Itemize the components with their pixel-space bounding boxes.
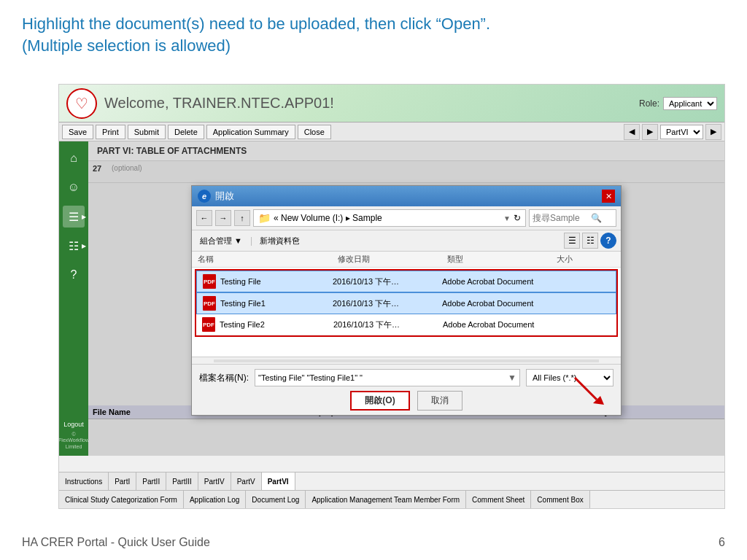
dialog-buttons: 開啟(O) 取消 — [199, 391, 614, 411]
path-display[interactable]: 📁 « New Volume (I:) ▸ Sample ▼ ↻ — [253, 209, 526, 227]
dialog-toolbar1: ← → ↑ 📁 « New Volume (I:) ▸ Sample ▼ ↻ 🔍 — [192, 206, 621, 230]
tab-instructions[interactable]: Instructions — [59, 472, 109, 490]
file-row-2[interactable]: PDF Testing File1 2016/10/13 下午… Adobe A… — [196, 292, 616, 314]
app-header: ♡ Welcome, TRAINER.NTEC.APP01! Role: App… — [59, 85, 724, 122]
file-name-cell-2: PDF Testing File1 — [203, 296, 333, 311]
pdf-icon-3: PDF — [202, 317, 215, 332]
tab-comment-sheet[interactable]: Comment Sheet — [466, 491, 531, 509]
org-manage-button[interactable]: 組合管理 ▼ — [196, 233, 246, 249]
view-buttons: ☰ ☷ ? — [564, 233, 616, 249]
sidebar-item-home[interactable]: ⌂ — [63, 147, 85, 169]
instruction-line1: Highlight the document(s) need to be upl… — [22, 13, 725, 35]
part-select[interactable]: PartVI — [660, 125, 703, 139]
tab-part1[interactable]: PartI — [109, 472, 136, 490]
toolbar-back-button[interactable]: ◀ — [624, 124, 640, 140]
instruction-line2: (Multiple selection is allowed) — [22, 35, 725, 57]
logout-button[interactable]: Logout — [63, 421, 84, 428]
horizontal-scrollbar[interactable] — [192, 357, 621, 364]
tab-app-log[interactable]: Application Log — [184, 491, 246, 509]
tabs-row1: Instructions PartI PartII PartIII PartIV… — [59, 472, 724, 491]
tab-part2[interactable]: PartII — [136, 472, 166, 490]
org-label: 組合管理 — [200, 236, 232, 246]
tabs-row2: Clinical Study Categorization Form Appli… — [59, 491, 724, 509]
app-summary-button[interactable]: Application Summary — [206, 125, 295, 139]
file-modified-3: 2016/10/13 下午… — [333, 319, 443, 330]
filename-label: 檔案名稱(N): — [199, 372, 249, 384]
dialog-overlay: e 開啟 ✕ ← → ↑ 📁 « New Volume (I:) ▸ — [88, 141, 724, 456]
dialog-up-button[interactable]: ↑ — [234, 210, 250, 226]
role-select[interactable]: Applicant — [663, 97, 717, 110]
ie-icon: e — [198, 190, 211, 203]
dialog-close-button[interactable]: ✕ — [602, 190, 615, 203]
sidebar-item-user[interactable]: ☺ — [63, 176, 85, 198]
footer: HA CRER Portal - Quick User Guide 6 — [22, 536, 725, 549]
new-folder-button[interactable]: 新增資料夿 — [257, 234, 303, 248]
org-dropdown-icon: ▼ — [234, 236, 242, 245]
app-body: ⌂ ☺ ☰ ▶ ☷ ▶ ? Logout © FlexWorkflow Limi… — [59, 141, 724, 456]
bottom-tabs: Instructions PartI PartII PartIII PartIV… — [59, 472, 724, 508]
file-row-3[interactable]: PDF Testing File2 2016/10/13 下午… Adobe A… — [196, 314, 616, 335]
search-input[interactable] — [533, 213, 591, 223]
file-type-1: Adobe Acrobat Document — [442, 277, 551, 286]
submit-button[interactable]: Submit — [128, 125, 166, 139]
dialog-back-button[interactable]: ← — [196, 210, 212, 226]
file-type-2: Adobe Acrobat Document — [442, 299, 551, 308]
file-row-1[interactable]: PDF Testing File 2016/10/13 下午… Adobe Ac… — [196, 271, 616, 292]
file-name-cell-3: PDF Testing File2 — [202, 317, 333, 332]
sidebar: ⌂ ☺ ☰ ▶ ☷ ▶ ? Logout © FlexWorkflow Limi… — [59, 141, 88, 456]
tab-doc-log[interactable]: Document Log — [246, 491, 306, 509]
dialog-forward-button[interactable]: → — [215, 210, 231, 226]
file-name-3: Testing File2 — [220, 320, 265, 329]
dialog-titlebar: e 開啟 ✕ — [192, 186, 621, 206]
file-name-1: Testing File — [220, 277, 261, 286]
tab-clinical-study[interactable]: Clinical Study Categorization Form — [59, 491, 184, 509]
print-button[interactable]: Print — [96, 125, 125, 139]
toolbar-right: ◀ ▶ PartVI ▶ — [624, 124, 721, 140]
tab-part5[interactable]: PartV — [231, 472, 262, 490]
delete-button[interactable]: Delete — [168, 125, 204, 139]
tab-part3[interactable]: PartIII — [166, 472, 198, 490]
filename-row: 檔案名稱(N): ▼ All Files (*.*) — [199, 369, 614, 386]
cancel-button[interactable]: 取消 — [417, 391, 462, 411]
dialog-title: e 開啟 — [198, 190, 234, 203]
save-button[interactable]: Save — [62, 125, 93, 139]
col-name-header: 名稱 — [198, 254, 338, 265]
view-list-button[interactable]: ☰ — [564, 233, 580, 249]
close-button[interactable]: Close — [298, 125, 331, 139]
sidebar-bottom: Logout © FlexWorkflow Limited — [58, 421, 89, 456]
filename-dropdown-icon[interactable]: ▼ — [508, 373, 516, 383]
sidebar-item-list[interactable]: ☰ ▶ — [63, 206, 85, 228]
view-icon-button[interactable]: ☷ — [582, 233, 598, 249]
tab-part4[interactable]: PartIV — [198, 472, 231, 490]
content-area: PART VI: TABLE OF ATTACHMENTS 27 (option… — [88, 141, 724, 456]
tab-part6[interactable]: PartVI — [262, 472, 295, 490]
filename-input-container[interactable]: ▼ — [255, 369, 520, 386]
welcome-text: Welcome, TRAINER.NTEC.APP01! — [104, 95, 639, 112]
sidebar-item-grid[interactable]: ☷ ▶ — [63, 235, 85, 257]
help-button[interactable]: ? — [600, 233, 616, 249]
scroll-track — [214, 359, 599, 362]
filename-input[interactable] — [258, 373, 508, 382]
col-modified-header: 修改日期 — [338, 254, 447, 265]
file-name-2: Testing File1 — [220, 299, 266, 308]
app-logo: ♡ — [66, 88, 97, 119]
page-number: 6 — [719, 536, 725, 549]
sidebar-item-help[interactable]: ? — [63, 264, 85, 286]
logo-icon: ♡ — [75, 95, 88, 112]
toolbar-forward-button[interactable]: ▶ — [642, 124, 658, 140]
dialog-bottom: 檔案名稱(N): ▼ All Files (*.*) 開啟(O) 取消 — [192, 364, 621, 415]
open-button[interactable]: 開啟(O) — [350, 391, 409, 411]
search-box[interactable]: 🔍 — [529, 209, 616, 227]
folder-icon: 📁 — [258, 212, 271, 224]
filetype-select[interactable]: All Files (*.*) — [526, 369, 614, 386]
toolbar-next-button[interactable]: ▶ — [705, 124, 721, 140]
tab-comment-box[interactable]: Comment Box — [531, 491, 589, 509]
col-type-header: 類型 — [447, 254, 557, 265]
path-refresh-button[interactable]: ↻ — [514, 213, 521, 223]
pdf-icon-2: PDF — [203, 296, 216, 311]
tab-app-mgmt[interactable]: Application Management Team Member Form — [306, 491, 466, 509]
footer-text: HA CRER Portal - Quick User Guide — [22, 536, 210, 549]
file-list-header: 名稱 修改日期 類型 大小 — [192, 252, 621, 268]
file-name-cell-1: PDF Testing File — [203, 274, 333, 289]
search-icon[interactable]: 🔍 — [591, 213, 602, 223]
